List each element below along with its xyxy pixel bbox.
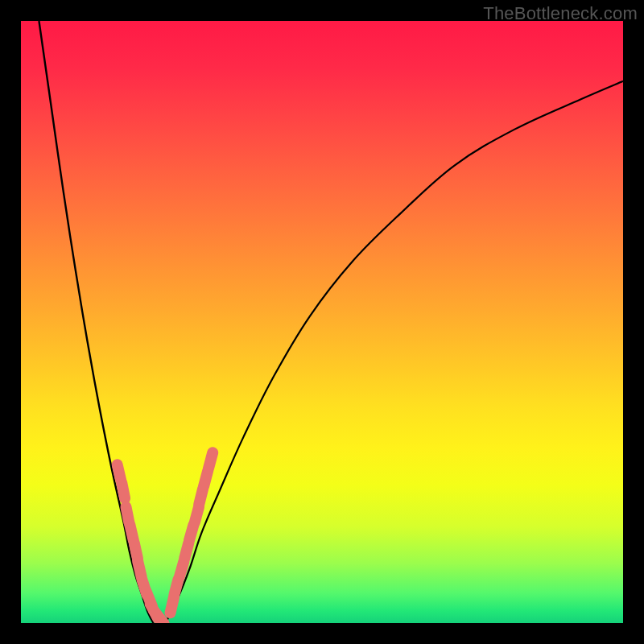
curve-right-group xyxy=(166,81,623,623)
plot-area xyxy=(21,21,623,623)
svg-line-9 xyxy=(154,611,163,623)
curve-right xyxy=(166,81,623,623)
chart-svg xyxy=(21,21,623,623)
markers-right xyxy=(170,452,213,613)
chart-frame: TheBottleneck.com xyxy=(0,0,644,644)
svg-line-18 xyxy=(208,452,213,468)
markers-left xyxy=(118,464,164,623)
svg-line-1 xyxy=(122,483,125,499)
